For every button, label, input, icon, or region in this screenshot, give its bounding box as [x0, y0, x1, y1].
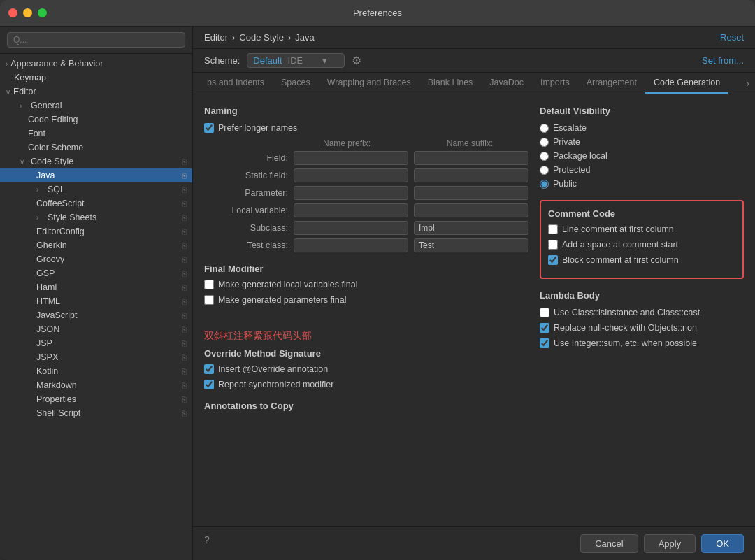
- field-prefix-input[interactable]: [294, 151, 408, 165]
- tab-imports[interactable]: Imports: [532, 73, 578, 94]
- sidebar-item-keymap[interactable]: Keymap: [0, 71, 192, 85]
- copy-icon: ⎘: [182, 409, 187, 417]
- sidebar-item-shell-script[interactable]: Shell Script ⎘: [0, 406, 192, 420]
- scheme-dropdown[interactable]: Default IDE ▾: [247, 53, 345, 68]
- breadcrumb: Editor › Code Style › Java: [204, 32, 315, 43]
- sidebar-item-label: Markdown: [36, 380, 77, 390]
- insert-override-checkbox[interactable]: [204, 364, 214, 374]
- final-local-checkbox[interactable]: [204, 280, 214, 289]
- protected-radio[interactable]: [540, 166, 549, 175]
- tab-tabs-indents[interactable]: bs and Indents: [199, 73, 273, 94]
- sidebar-item-style-sheets[interactable]: › Style Sheets ⎘: [0, 210, 192, 224]
- package-local-radio[interactable]: [540, 152, 549, 161]
- sidebar-item-kotlin[interactable]: Kotlin ⎘: [0, 364, 192, 378]
- local-variable-suffix-input[interactable]: [414, 203, 528, 217]
- escalate-radio-row: Escalate: [540, 123, 744, 133]
- use-isinstance-checkbox[interactable]: [540, 308, 549, 317]
- test-class-suffix-input[interactable]: [414, 238, 528, 252]
- sidebar-item-haml[interactable]: Haml ⎘: [0, 280, 192, 294]
- add-space-comment-label: Add a space at comment start: [562, 240, 678, 250]
- private-radio[interactable]: [540, 138, 549, 147]
- field-row: Field:: [204, 151, 528, 165]
- set-from-button[interactable]: Set from...: [702, 55, 744, 66]
- sidebar-item-code-editing[interactable]: Code Editing: [0, 113, 192, 127]
- breadcrumb-code-style: Code Style: [239, 32, 284, 43]
- prefer-longer-checkbox[interactable]: [204, 123, 214, 133]
- reset-button[interactable]: Reset: [720, 32, 744, 43]
- cancel-button[interactable]: Cancel: [580, 534, 638, 553]
- sidebar-item-gsp[interactable]: GSP ⎘: [0, 266, 192, 280]
- sidebar-item-groovy[interactable]: Groovy ⎘: [0, 252, 192, 266]
- copy-icon: ⎘: [182, 353, 187, 361]
- parameter-prefix-input[interactable]: [294, 186, 408, 200]
- local-variable-prefix-input[interactable]: [294, 203, 408, 217]
- tab-arrangement[interactable]: Arrangement: [578, 73, 645, 94]
- static-field-prefix-input[interactable]: [294, 168, 408, 182]
- sidebar-item-color-scheme[interactable]: Color Scheme: [0, 141, 192, 155]
- sidebar-item-json[interactable]: JSON ⎘: [0, 322, 192, 336]
- subclass-prefix-input[interactable]: [294, 221, 408, 235]
- tab-spaces[interactable]: Spaces: [273, 73, 319, 94]
- sidebar-item-jsp[interactable]: JSP ⎘: [0, 336, 192, 350]
- gear-icon[interactable]: ⚙: [352, 54, 361, 67]
- replace-null-checkbox[interactable]: [540, 323, 549, 333]
- sidebar-item-coffeescript[interactable]: CoffeeScript ⎘: [0, 196, 192, 210]
- sidebar-item-jspx[interactable]: JSPX ⎘: [0, 350, 192, 364]
- parameter-suffix-input[interactable]: [414, 186, 528, 200]
- annotations-to-copy-section: Annotations to Copy: [204, 401, 528, 411]
- static-field-suffix-input[interactable]: [414, 168, 528, 182]
- chinese-annotation-text: 双斜杠注释紧跟代码头部: [204, 330, 312, 341]
- sidebar-item-markdown[interactable]: Markdown ⎘: [0, 378, 192, 392]
- tab-blank-lines[interactable]: Blank Lines: [419, 73, 482, 94]
- sidebar-item-sql[interactable]: › SQL ⎘: [0, 182, 192, 196]
- copy-icon: ⎘: [182, 325, 187, 333]
- tab-code-generation[interactable]: Code Generation: [645, 73, 728, 94]
- use-integer-sum-label: Use Integer::sum, etc. when possible: [554, 338, 697, 348]
- use-integer-sum-checkbox[interactable]: [540, 338, 549, 348]
- bottom-bar: ? Cancel Apply OK: [193, 526, 755, 560]
- tab-wrapping[interactable]: Wrapping and Braces: [319, 73, 419, 94]
- sidebar-item-label: JavaScript: [36, 310, 77, 320]
- final-params-row: Make generated parameters final: [204, 295, 528, 305]
- lambda-body-title: Lambda Body: [540, 290, 744, 301]
- sidebar-item-gherkin[interactable]: Gherkin ⎘: [0, 238, 192, 252]
- public-radio[interactable]: [540, 180, 549, 189]
- block-comment-first-checkbox[interactable]: [548, 255, 558, 265]
- apply-button[interactable]: Apply: [644, 534, 696, 553]
- titlebar: Preferences: [0, 0, 755, 27]
- sidebar-item-editor[interactable]: ∨ Editor: [0, 85, 192, 99]
- maximize-button[interactable]: [38, 8, 47, 17]
- window-title: Preferences: [353, 8, 402, 18]
- field-suffix-input[interactable]: [414, 151, 528, 165]
- sidebar-item-appearance[interactable]: › Appearance & Behavior: [0, 57, 192, 71]
- line-comment-first-checkbox[interactable]: [548, 224, 558, 234]
- sidebar-item-javascript[interactable]: JavaScript ⎘: [0, 308, 192, 322]
- help-icon[interactable]: ?: [204, 534, 210, 553]
- sidebar-item-java[interactable]: Java ⎘: [0, 168, 192, 182]
- sidebar-item-properties[interactable]: Properties ⎘: [0, 392, 192, 406]
- sidebar-item-label: General: [31, 101, 62, 110]
- sidebar-item-html[interactable]: HTML ⎘: [0, 294, 192, 308]
- copy-icon: ⎘: [182, 255, 187, 264]
- sidebar-item-label: HTML: [36, 296, 60, 306]
- arrow-icon: ›: [20, 102, 28, 110]
- ok-button[interactable]: OK: [701, 534, 744, 553]
- escalate-radio[interactable]: [540, 124, 549, 133]
- sidebar-item-code-style[interactable]: ∨ Code Style ⎘: [0, 155, 192, 168]
- block-comment-first-col-row: Block comment at first column: [548, 255, 735, 265]
- final-params-checkbox[interactable]: [204, 295, 214, 305]
- search-input[interactable]: [7, 32, 185, 48]
- breadcrumb-bar: Editor › Code Style › Java Reset: [193, 27, 755, 49]
- minimize-button[interactable]: [23, 8, 32, 17]
- sidebar-item-general[interactable]: › General: [0, 99, 192, 113]
- field-label: Field:: [204, 153, 288, 163]
- sidebar-item-editorconfig[interactable]: EditorConfig ⎘: [0, 224, 192, 238]
- repeat-sync-checkbox[interactable]: [204, 380, 214, 389]
- subclass-suffix-input[interactable]: [414, 221, 528, 235]
- close-button[interactable]: [8, 8, 17, 17]
- sidebar-item-font[interactable]: Font: [0, 127, 192, 141]
- add-space-comment-checkbox[interactable]: [548, 240, 558, 250]
- tabs-more-icon[interactable]: ›: [746, 78, 749, 89]
- test-class-prefix-input[interactable]: [294, 238, 408, 252]
- tab-javadoc[interactable]: JavaDoc: [481, 73, 532, 94]
